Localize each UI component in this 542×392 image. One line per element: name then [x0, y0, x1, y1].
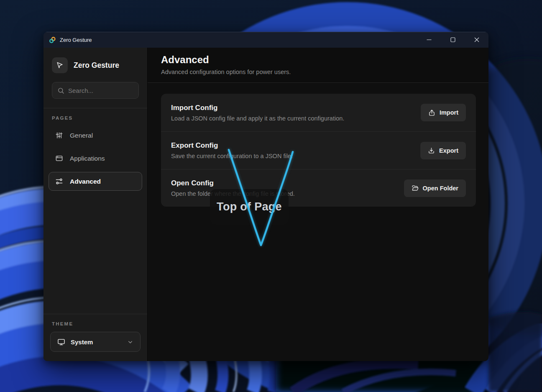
import-config-row: Import Config Load a JSON config file an…: [161, 94, 476, 131]
row-description: Load a JSON config file and apply it as …: [171, 115, 344, 122]
sidebar-item-label: Advanced: [70, 178, 101, 185]
sidebar: Zero Gesture PAGES: [43, 48, 148, 361]
chevron-down-icon: [127, 339, 133, 345]
row-description: Open the folder where the config file is…: [171, 190, 295, 197]
cursor-logo-icon: [52, 57, 68, 73]
page-title: Advanced: [161, 54, 475, 66]
download-icon: [428, 147, 435, 154]
app-window-icon: [55, 154, 63, 162]
export-button-label: Export: [439, 147, 458, 154]
open-folder-button-label: Open Folder: [423, 185, 458, 192]
row-title: Import Config: [171, 104, 344, 112]
window-body: Zero Gesture PAGES: [43, 48, 488, 361]
close-button[interactable]: [465, 32, 488, 48]
window-controls: [417, 32, 488, 48]
minimize-button[interactable]: [417, 32, 441, 48]
row-title: Open Config: [171, 179, 295, 187]
open-folder-button[interactable]: Open Folder: [404, 179, 466, 197]
sidebar-item-applications[interactable]: Applications: [49, 149, 142, 168]
theme-section-label: THEME: [43, 314, 147, 326]
row-text: Open Config Open the folder where the co…: [171, 179, 295, 197]
pages-section-label: PAGES: [43, 108, 147, 120]
theme-select[interactable]: System: [50, 332, 141, 352]
search-box[interactable]: [52, 82, 139, 99]
export-config-row: Export Config Save the current configura…: [161, 131, 476, 169]
titlebar-left: Zero Gesture: [43, 36, 92, 44]
brand: Zero Gesture: [43, 48, 147, 73]
import-button[interactable]: Import: [421, 104, 466, 121]
app-window: Zero Gesture: [43, 32, 488, 361]
main-content: Import Config Load a JSON config file an…: [148, 83, 488, 207]
export-button[interactable]: Export: [420, 142, 466, 159]
import-button-label: Import: [440, 109, 458, 116]
monitor-icon: [57, 338, 65, 346]
open-config-row: Open Config Open the folder where the co…: [161, 169, 476, 207]
folder-open-icon: [412, 184, 419, 192]
main-panel: Advanced Advanced configuration options …: [148, 48, 488, 361]
window-title: Zero Gesture: [60, 37, 92, 43]
search-input[interactable]: [68, 87, 151, 94]
sidebar-item-label: Applications: [70, 155, 105, 162]
row-text: Import Config Load a JSON config file an…: [171, 104, 344, 122]
sidebar-bottom: THEME System: [43, 314, 147, 361]
desktop: Zero Gesture: [0, 0, 542, 392]
row-description: Save the current configuration to a JSON…: [171, 153, 293, 159]
search-icon: [57, 87, 64, 94]
sidebar-item-advanced[interactable]: Advanced: [49, 172, 142, 191]
maximize-button[interactable]: [441, 32, 465, 48]
page-subtitle: Advanced configuration options for power…: [161, 69, 475, 75]
pages-nav: General Applications: [43, 120, 147, 191]
config-card: Import Config Load a JSON config file an…: [161, 94, 476, 207]
sidebar-item-label: General: [70, 132, 93, 139]
titlebar[interactable]: Zero Gesture: [43, 32, 488, 48]
sliders-horizontal-icon: [55, 177, 63, 185]
brand-name: Zero Gesture: [74, 61, 119, 70]
theme-select-value: System: [71, 338, 93, 346]
app-logo-icon: [49, 36, 56, 44]
row-text: Export Config Save the current configura…: [171, 141, 293, 159]
page-header: Advanced Advanced configuration options …: [148, 48, 488, 83]
sliders-vertical-icon: [55, 131, 63, 139]
row-title: Export Config: [171, 141, 293, 150]
upload-icon: [428, 109, 435, 116]
sidebar-item-general[interactable]: General: [49, 126, 142, 145]
